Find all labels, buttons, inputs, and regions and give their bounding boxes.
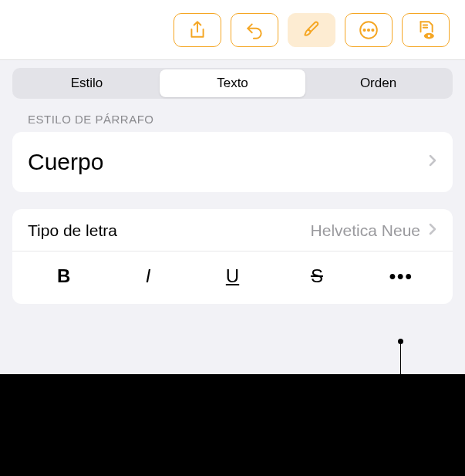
paragraph-style-row[interactable]: Cuerpo [12, 132, 453, 192]
more-icon [359, 20, 379, 40]
svg-point-2 [368, 29, 369, 30]
font-value: Helvetica Neue [311, 221, 420, 240]
tab-label: Texto [217, 76, 248, 91]
font-value-wrap: Helvetica Neue [311, 221, 437, 240]
tab-label: Estilo [71, 76, 103, 91]
more-text-options-button[interactable]: ••• [359, 262, 443, 290]
undo-button[interactable] [231, 13, 278, 47]
format-panel: Estilo Texto Orden ESTILO DE PÁRRAFO Cue… [0, 0, 465, 374]
italic-button[interactable]: I [106, 262, 190, 290]
more-button[interactable] [345, 13, 393, 47]
paragraph-style-name: Cuerpo [28, 149, 103, 175]
italic-glyph: I [146, 265, 151, 287]
share-icon [187, 20, 207, 40]
tab-segmented-control[interactable]: Estilo Texto Orden [12, 68, 453, 99]
tab-style[interactable]: Estilo [14, 69, 160, 97]
strikethrough-button[interactable]: S [275, 262, 359, 290]
font-row[interactable]: Tipo de letra Helvetica Neue [12, 209, 453, 252]
format-brush-button[interactable] [288, 13, 335, 47]
document-eye-icon [416, 20, 436, 40]
tab-label: Orden [360, 76, 396, 91]
format-row: B I U S ••• [12, 252, 453, 304]
svg-point-3 [372, 29, 373, 30]
underline-glyph: U [226, 265, 239, 287]
tab-text[interactable]: Texto [160, 69, 305, 97]
font-card: Tipo de letra Helvetica Neue B I U [12, 209, 453, 304]
toolbar [0, 0, 465, 60]
paragraph-style-card: Cuerpo [12, 132, 453, 192]
tab-order[interactable]: Orden [305, 69, 451, 97]
strikethrough-glyph: S [311, 265, 323, 287]
document-view-button[interactable] [402, 13, 450, 47]
paragraph-style-header: ESTILO DE PÁRRAFO [0, 113, 465, 132]
underline-button[interactable]: U [190, 262, 275, 290]
undo-icon [244, 20, 265, 40]
share-button[interactable] [174, 13, 221, 47]
more-glyph: ••• [389, 265, 413, 287]
chevron-right-icon [428, 154, 437, 170]
font-label: Tipo de letra [28, 221, 117, 240]
callout-line [400, 342, 401, 408]
brush-icon [302, 20, 322, 40]
bold-button[interactable]: B [22, 262, 106, 290]
svg-point-5 [428, 34, 430, 36]
svg-point-1 [364, 29, 366, 30]
bold-glyph: B [57, 265, 70, 287]
chevron-right-icon [428, 222, 437, 239]
